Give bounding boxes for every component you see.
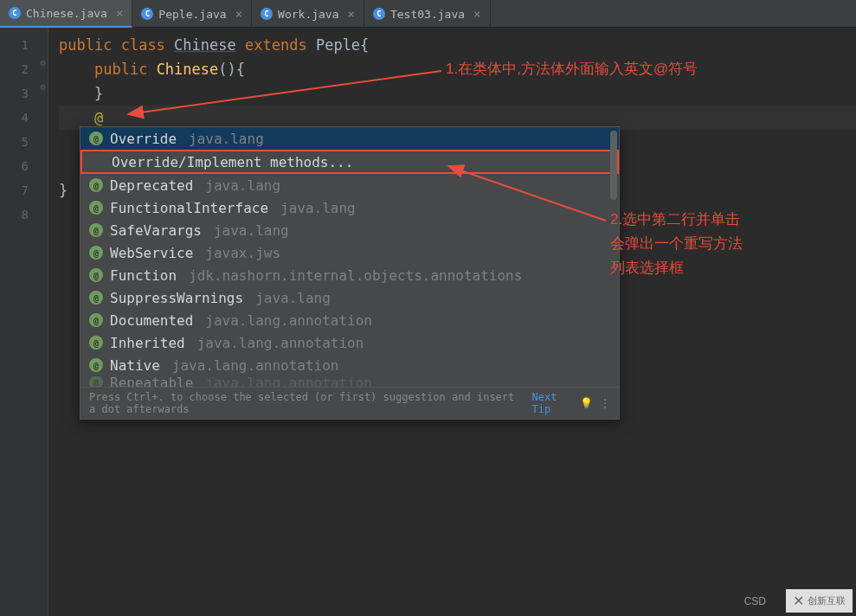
tab-label: Chinese.java [26, 7, 107, 20]
java-icon: C [261, 8, 273, 20]
java-icon: C [141, 8, 153, 20]
tab-label: Peple.java [158, 8, 226, 21]
completion-item-safevarargs[interactable]: @ SafeVarargs java.lang [80, 219, 619, 241]
more-icon[interactable]: ⋮ [600, 397, 610, 409]
brand-watermark: ✕ 创新互联 [786, 589, 853, 613]
annotation-icon: @ [89, 313, 103, 327]
code-line-1: public class Chinese extends Peple{ [59, 33, 856, 57]
tab-chinese[interactable]: C Chinese.java × [0, 0, 132, 28]
annotation-icon: @ [89, 132, 103, 145]
annotation-2: 2.选中第二行并单击 会弹出一个重写方法 列表选择框 [610, 208, 801, 280]
editor-tabs: C Chinese.java × C Peple.java × C Work.j… [0, 0, 856, 28]
line-number: 7 [0, 178, 48, 202]
java-icon: C [9, 7, 21, 19]
scrollbar[interactable] [610, 131, 617, 200]
close-icon[interactable]: × [473, 7, 480, 21]
completion-item-inherited[interactable]: @ Inherited java.lang.annotation [80, 331, 619, 354]
popup-footer: Press Ctrl+. to choose the selected (or … [80, 387, 619, 419]
tab-work[interactable]: C Work.java × [252, 0, 364, 28]
fold-icon[interactable]: ⊖ [40, 81, 46, 93]
line-number: 8 [0, 202, 48, 227]
fold-icon[interactable]: ⊖ [40, 57, 46, 68]
annotation-icon: @ [89, 358, 103, 372]
annotation-icon: @ [89, 246, 103, 260]
completion-item-repeatable[interactable]: @ Repeatable java.lang.annotation [80, 376, 619, 387]
line-number: 1 [0, 33, 48, 57]
completion-item-deprecated[interactable]: @ Deprecated java.lang [80, 174, 619, 196]
tab-label: Test03.java [390, 8, 465, 21]
completion-item-functionalinterface[interactable]: @ FunctionalInterface java.lang [80, 196, 619, 219]
close-icon[interactable]: × [348, 7, 355, 21]
annotation-icon: @ [89, 178, 103, 192]
annotation-icon: @ [89, 223, 103, 237]
close-icon[interactable]: × [235, 7, 242, 21]
completion-item-suppresswarnings[interactable]: @ SuppressWarnings java.lang [80, 286, 619, 309]
line-number: 4 [0, 106, 48, 130]
hint-text: Press Ctrl+. to choose the selected (or … [89, 391, 525, 415]
annotation-icon: @ [89, 336, 103, 350]
completion-item-native[interactable]: @ Native java.lang.annotation [80, 354, 619, 376]
annotation-icon: @ [89, 376, 103, 387]
annotation-icon: @ [89, 268, 103, 282]
next-tip-link[interactable]: Next Tip [532, 391, 573, 415]
tab-test03[interactable]: C Test03.java × [364, 0, 491, 28]
line-gutter: 1 2 3 4 5 6 7 8 ⊖ ⊖ [0, 28, 48, 616]
tab-peple[interactable]: C Peple.java × [132, 0, 252, 28]
completion-item-function[interactable]: @ Function jdk.nashorn.internal.objects.… [80, 264, 619, 286]
completion-item-override-implement[interactable]: Override/Implement methods... [80, 150, 619, 174]
completion-popup: @ Override java.lang Override/Implement … [80, 126, 620, 420]
annotation-icon: @ [89, 201, 103, 215]
completion-item-webservice[interactable]: @ WebService javax.jws [80, 241, 619, 264]
close-icon[interactable]: × [116, 6, 123, 20]
annotation-icon: @ [89, 291, 103, 305]
bulb-icon[interactable]: 💡 [580, 397, 593, 409]
tab-label: Work.java [278, 8, 338, 21]
line-number: 5 [0, 130, 48, 154]
java-icon: C [373, 8, 385, 20]
completion-item-documented[interactable]: @ Documented java.lang.annotation [80, 309, 619, 331]
completion-list[interactable]: @ Override java.lang Override/Implement … [80, 127, 619, 387]
line-number: 6 [0, 154, 48, 178]
csd-watermark: CSD [744, 595, 766, 607]
annotation-1: 1.在类体中,方法体外面输入英文@符号 [446, 59, 698, 79]
code-line-3: } [59, 81, 856, 106]
completion-item-override[interactable]: @ Override java.lang [80, 127, 619, 150]
